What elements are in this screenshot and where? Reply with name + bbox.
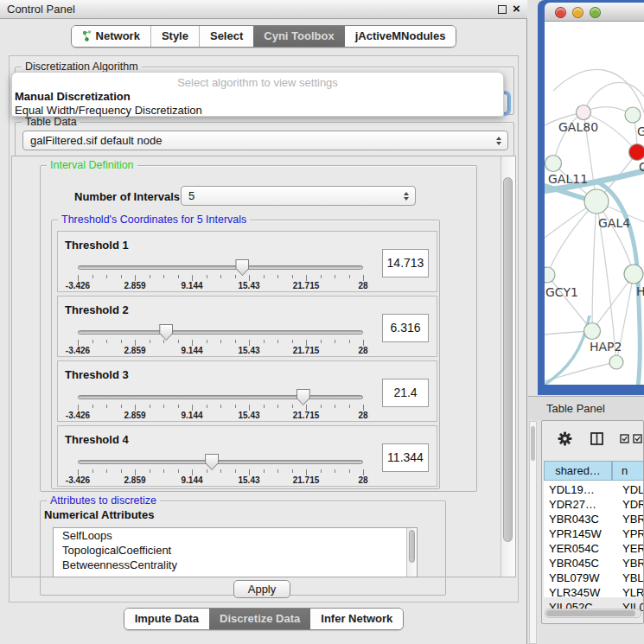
- table-cell[interactable]: YPR145W: [549, 527, 602, 540]
- slider-tick: [178, 469, 179, 473]
- table-cell[interactable]: YER054C: [549, 542, 599, 555]
- slider-tick: [178, 340, 179, 343]
- table-cell[interactable]: YBL0: [622, 571, 644, 584]
- close-traffic-light-icon[interactable]: [555, 7, 566, 18]
- split-columns-icon[interactable]: [590, 432, 603, 445]
- slider-tick-label: 15.43: [238, 281, 259, 290]
- network-canvas[interactable]: GAL80GCGAL11GAL4GCY1HHAP2: [545, 22, 644, 385]
- table-cell[interactable]: YBL079W: [549, 571, 600, 584]
- tab-infer-network[interactable]: Infer Network: [310, 609, 403, 629]
- table-panel-scrollbar[interactable]: [529, 421, 537, 644]
- tab-select[interactable]: Select: [199, 26, 253, 47]
- table-cell[interactable]: YPR1: [622, 527, 644, 540]
- scrollbar-thumb[interactable]: [503, 177, 513, 542]
- slider-tick-label: 28: [358, 411, 367, 420]
- network-window-titlebar[interactable]: [545, 3, 644, 22]
- slider-tick: [92, 340, 93, 343]
- threshold-value-field[interactable]: 21.4: [382, 379, 429, 407]
- zoom-traffic-light-icon[interactable]: [590, 7, 601, 18]
- threshold-value-field[interactable]: 11.344: [382, 443, 429, 472]
- tab-jactivemnodules[interactable]: jActiveMNodules: [345, 26, 456, 47]
- numerical-attributes-list[interactable]: SelfLoopsTopologicalCoefficientBetweenne…: [53, 527, 418, 577]
- column-header[interactable]: n: [612, 461, 644, 481]
- slider-tick: [150, 340, 150, 343]
- node-pink[interactable]: [577, 105, 591, 120]
- interval-definition-label: Interval Definition: [47, 159, 137, 171]
- num-intervals-combobox[interactable]: 5: [181, 186, 416, 206]
- num-intervals-value: 5: [188, 189, 194, 202]
- slider-tick: [249, 469, 250, 475]
- table-cell[interactable]: YER0: [622, 542, 644, 555]
- apply-button[interactable]: Apply: [233, 580, 290, 598]
- close-icon[interactable]: ×: [513, 1, 520, 16]
- slider-tick-label: 21.715: [293, 281, 320, 290]
- cyni-toolbox-content: Discretization Algorithm Table Data galF…: [9, 55, 519, 603]
- slider-thumb[interactable]: [205, 454, 219, 470]
- list-scrollbar-thumb[interactable]: [409, 530, 415, 563]
- slider-track[interactable]: [78, 395, 363, 399]
- checkbox-icon[interactable]: [620, 434, 629, 443]
- table-cell[interactable]: YLR345W: [549, 586, 600, 599]
- slider-tick: [106, 275, 107, 278]
- slider-tick: [163, 275, 164, 278]
- node-right-h[interactable]: [624, 265, 643, 284]
- table-cell[interactable]: YBR045C: [549, 557, 599, 570]
- discretization-algorithm-label: Discretization Algorithm: [22, 61, 142, 73]
- table-cell[interactable]: YDR2: [622, 498, 644, 511]
- checkbox-icon[interactable]: [633, 434, 642, 443]
- minimize-traffic-light-icon[interactable]: [572, 7, 583, 18]
- node-gal4[interactable]: [584, 189, 609, 214]
- tab-cyni-toolbox[interactable]: Cyni Toolbox: [253, 26, 344, 47]
- node-hap2[interactable]: [584, 323, 601, 340]
- slider-track[interactable]: [78, 460, 363, 464]
- vertical-scrollbar[interactable]: [501, 156, 515, 577]
- slider-tick: [235, 469, 236, 473]
- slider-tick: [292, 469, 293, 473]
- table-cell[interactable]: YBR0: [622, 513, 644, 526]
- node-label: GCY1: [545, 285, 578, 299]
- table-cell[interactable]: YBR0: [622, 557, 644, 570]
- table-cell[interactable]: YDL1: [622, 483, 644, 496]
- threshold-value-field[interactable]: 6.316: [382, 314, 429, 342]
- tab-discretize-data[interactable]: Discretize Data: [209, 609, 310, 629]
- slider-track[interactable]: [78, 265, 363, 270]
- threshold-value-field[interactable]: 14.713: [382, 249, 429, 277]
- node-gal11[interactable]: [545, 156, 562, 172]
- option-manual-discretization[interactable]: Manual Discretization: [12, 89, 503, 103]
- list-scrollbar[interactable]: [406, 528, 417, 577]
- table-cell[interactable]: YLR3: [622, 586, 644, 599]
- attribute-item[interactable]: BetweennessCentrality: [54, 558, 417, 572]
- tab-style[interactable]: Style: [150, 26, 199, 47]
- slider-thumb[interactable]: [159, 324, 173, 341]
- combo-stepper-icon[interactable]: [404, 187, 409, 205]
- slider-tick: [363, 275, 364, 281]
- column-header[interactable]: shared…: [544, 461, 612, 481]
- slider-tick: [249, 275, 250, 281]
- table-data-combobox[interactable]: galFiltered.sif default node: [22, 131, 508, 150]
- table-cell[interactable]: YBR043C: [549, 513, 599, 526]
- float-window-icon[interactable]: [498, 5, 507, 14]
- node-gcy1[interactable]: [545, 267, 555, 283]
- gear-icon[interactable]: [558, 431, 572, 446]
- table-panel-scrollbar-thumb[interactable]: [531, 426, 535, 461]
- option-equal-width-frequency[interactable]: Equal Width/Frequency Discretization: [12, 103, 503, 117]
- attribute-item[interactable]: TopologicalCoefficient: [54, 543, 417, 558]
- table-hscrollbar-thumb[interactable]: [546, 610, 635, 616]
- slider-tick: [92, 275, 93, 278]
- node-red[interactable]: [629, 144, 644, 161]
- slider-thumb[interactable]: [296, 389, 310, 405]
- tab-network[interactable]: Network: [72, 26, 150, 47]
- node-bottom-edge[interactable]: [609, 355, 623, 369]
- network-graph: GAL80GCGAL11GAL4GCY1HHAP2: [545, 22, 644, 385]
- slider-track[interactable]: [78, 330, 363, 335]
- attribute-item[interactable]: SelfLoops: [54, 528, 417, 543]
- table-cell[interactable]: YDL19…: [549, 483, 595, 496]
- slider-thumb[interactable]: [235, 259, 249, 276]
- table-horizontal-scrollbar[interactable]: [545, 609, 641, 618]
- combo-stepper-icon[interactable]: [496, 131, 501, 150]
- slider-tick: [349, 405, 350, 408]
- table-cell[interactable]: YDR27…: [549, 498, 596, 511]
- tab-impute-data[interactable]: Impute Data: [124, 609, 209, 629]
- node-green-top[interactable]: [625, 107, 641, 123]
- slider-tick: [121, 275, 122, 278]
